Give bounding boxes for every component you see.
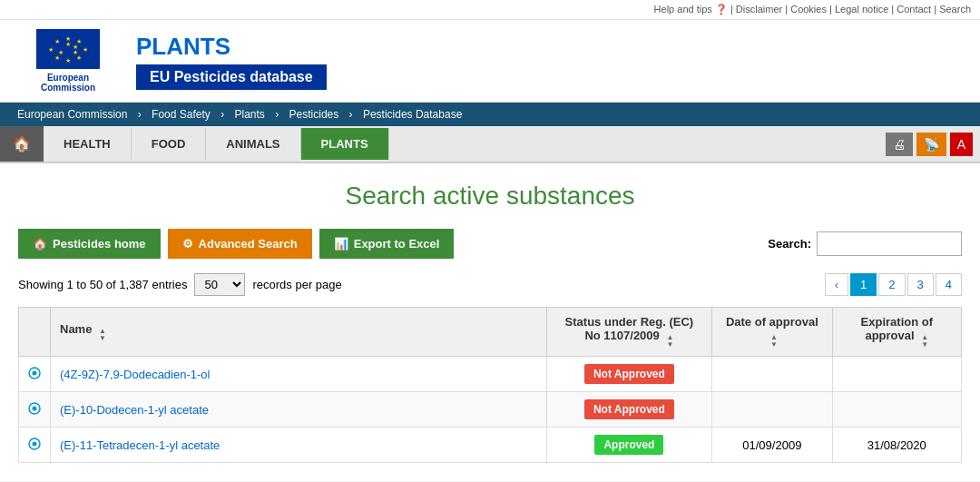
th-status[interactable]: Status under Reg. (EC) No 1107/2009 ▲▼: [546, 308, 711, 357]
print-button[interactable]: 🖨: [886, 133, 913, 156]
pesticides-home-label: Pesticides home: [53, 237, 146, 251]
cookies-link[interactable]: Cookies: [790, 4, 827, 15]
svg-text:★: ★: [83, 46, 88, 53]
row-status: Not Approved: [546, 392, 711, 428]
export-excel-button[interactable]: 📊 Export to Excel: [319, 229, 455, 259]
main-content: Search active substances 🏠 Pesticides ho…: [0, 163, 980, 481]
page-4-button[interactable]: 4: [936, 273, 962, 296]
row-icon[interactable]: [19, 357, 51, 392]
pagination: ‹ 1 2 3 4: [825, 273, 962, 296]
action-bar: 🏠 Pesticides home ⚙ Advanced Search 📊 Ex…: [18, 229, 962, 259]
sort-arrows-date: ▲▼: [770, 334, 778, 349]
advanced-search-button[interactable]: ⚙ Advanced Search: [168, 229, 312, 259]
row-expiry: [832, 357, 961, 392]
records-per-page-select[interactable]: 50 100 200: [194, 273, 245, 296]
ec-label: European Commission: [41, 73, 95, 93]
advanced-search-icon: ⚙: [182, 237, 193, 251]
breadcrumb-db: Pesticides Database: [363, 108, 462, 121]
sort-arrows-name: ▲▼: [99, 328, 106, 342]
breadcrumb-pesticides[interactable]: Pesticides: [289, 108, 339, 121]
th-icon: [19, 308, 51, 357]
results-table: Name ▲▼ Status under Reg. (EC) No 1107/2…: [18, 307, 962, 463]
home-icon: 🏠: [13, 135, 31, 152]
svg-text:★: ★: [58, 49, 64, 55]
th-date-approval[interactable]: Date of approval ▲▼: [712, 308, 833, 357]
row-expiry: 31/08/2020: [832, 428, 961, 463]
svg-text:★: ★: [73, 49, 78, 55]
search-label: Search:: [768, 237, 811, 251]
row-name[interactable]: (E)-10-Dodecen-1-yl acetate: [51, 392, 547, 428]
nav-item-animals[interactable]: ANIMALS: [206, 128, 300, 160]
nav-item-food[interactable]: FOOD: [132, 128, 207, 160]
breadcrumb-sep: ›: [220, 108, 227, 121]
export-icon: 📊: [334, 237, 348, 251]
row-date-approval: [712, 357, 833, 392]
row-icon[interactable]: [19, 428, 51, 463]
svg-text:★: ★: [65, 57, 71, 64]
eu-flag: ★ ★ ★ ★ ★ ★ ★ ★ ★ ★ ★ ★: [36, 29, 100, 69]
records-bar: Showing 1 to 50 of 1,387 entries 50 100 …: [18, 273, 962, 296]
breadcrumb-sep: ›: [275, 108, 281, 121]
records-info: Showing 1 to 50 of 1,387 entries: [18, 278, 187, 291]
svg-text:★: ★: [76, 54, 82, 61]
breadcrumb-ec[interactable]: European Commission: [17, 108, 127, 121]
svg-text:★: ★: [54, 38, 60, 44]
breadcrumb-sep: ›: [138, 108, 144, 121]
nav-right-icons: 🖨 📡 A: [882, 133, 980, 156]
row-date-approval: [712, 392, 833, 428]
help-link[interactable]: Help and tips: [654, 4, 712, 15]
nav-item-plants[interactable]: PLANTS: [301, 128, 389, 160]
help-icon: ❓: [715, 4, 728, 15]
accessibility-button[interactable]: A: [950, 133, 973, 156]
th-name-label: Name: [60, 322, 92, 336]
disclaimer-link[interactable]: Disclaimer: [736, 4, 782, 15]
pesticides-home-button[interactable]: 🏠 Pesticides home: [18, 229, 161, 259]
breadcrumb-sep: ›: [349, 108, 356, 121]
db-subtitle: EU Pesticides database: [136, 64, 327, 90]
row-status: Not Approved: [546, 357, 711, 392]
site-title: PLANTS EU Pesticides database: [136, 33, 327, 90]
top-bar: Help and tips ❓ | Disclaimer | Cookies |…: [0, 0, 980, 20]
breadcrumb-plants[interactable]: Plants: [234, 108, 264, 121]
page-1-button[interactable]: 1: [850, 273, 877, 296]
advanced-search-label: Advanced Search: [199, 237, 298, 251]
th-date-label: Date of approval: [726, 315, 818, 329]
search-area: Search:: [768, 231, 962, 256]
logo-area: ★ ★ ★ ★ ★ ★ ★ ★ ★ ★ ★ ★ Eu: [18, 29, 118, 93]
sort-arrows-status: ▲▼: [666, 334, 673, 349]
row-icon[interactable]: [19, 392, 51, 428]
contact-link[interactable]: Contact: [897, 4, 931, 15]
export-label: Export to Excel: [354, 237, 440, 251]
breadcrumb-food[interactable]: Food Safety: [152, 108, 211, 121]
home-icon-btn: 🏠: [33, 237, 47, 251]
th-name[interactable]: Name ▲▼: [51, 308, 547, 357]
page-2-button[interactable]: 2: [878, 273, 905, 296]
status-badge: Not Approved: [584, 399, 674, 419]
row-status: Approved: [546, 428, 711, 463]
nav-bar: 🏠 HEALTH FOOD ANIMALS PLANTS 🖨 📡 A: [0, 126, 980, 163]
svg-text:★: ★: [54, 54, 60, 61]
table-row: (E)-10-Dodecen-1-yl acetateNot Approved: [19, 392, 962, 428]
nav-home-button[interactable]: 🏠: [0, 126, 44, 162]
page-title: Search active substances: [18, 182, 962, 211]
status-badge: Approved: [594, 435, 663, 455]
table-row: (E)-11-Tetradecen-1-yl acetateApproved01…: [19, 428, 962, 463]
status-badge: Not Approved: [584, 364, 674, 384]
row-date-approval: 01/09/2009: [712, 428, 833, 463]
svg-text:★: ★: [48, 46, 54, 53]
rss-button[interactable]: 📡: [916, 133, 946, 156]
table-row: (4Z-9Z)-7,9-Dodecadien-1-olNot Approved: [19, 357, 962, 392]
search-link[interactable]: Search: [939, 4, 971, 15]
sort-arrows-expiry: ▲▼: [921, 334, 928, 349]
records-per-page-label: records per page: [252, 278, 341, 291]
row-name[interactable]: (E)-11-Tetradecen-1-yl acetate: [51, 428, 547, 463]
breadcrumb: European Commission › Food Safety › Plan…: [0, 103, 980, 126]
page-prev-button[interactable]: ‹: [825, 273, 848, 296]
row-name[interactable]: (4Z-9Z)-7,9-Dodecadien-1-ol: [51, 357, 547, 392]
search-input[interactable]: [817, 231, 962, 256]
nav-item-health[interactable]: HEALTH: [44, 128, 132, 160]
legal-notice-link[interactable]: Legal notice: [835, 4, 888, 15]
page-3-button[interactable]: 3: [907, 273, 934, 296]
svg-text:★: ★: [65, 41, 71, 47]
th-expiry[interactable]: Expiration of approval ▲▼: [832, 308, 961, 357]
